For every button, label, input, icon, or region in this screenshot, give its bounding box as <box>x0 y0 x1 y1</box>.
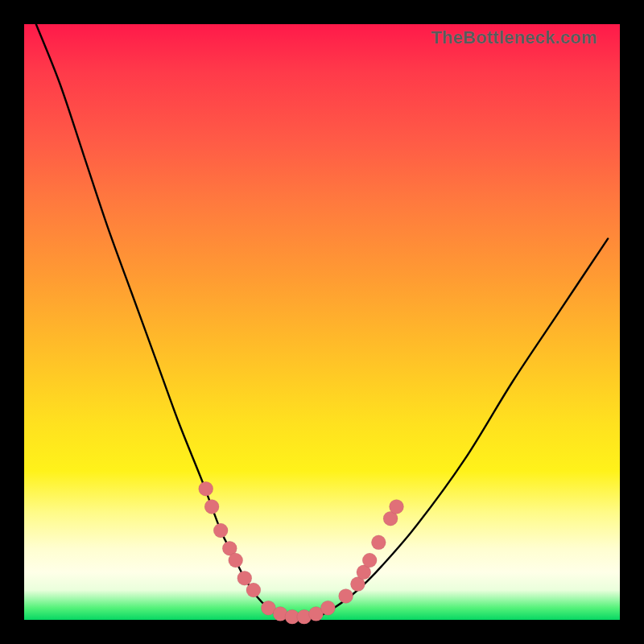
marker-left-cluster <box>204 499 219 514</box>
marker-layer <box>199 481 404 624</box>
marker-right-cluster <box>371 535 386 550</box>
marker-bottom-run <box>320 601 335 615</box>
marker-left-cluster <box>213 523 228 538</box>
chart-svg <box>24 24 620 620</box>
marker-left-cluster <box>199 481 213 496</box>
marker-right-cluster <box>362 553 377 568</box>
marker-left-cluster <box>229 553 243 568</box>
marker-left-cluster <box>246 583 261 597</box>
marker-right-cluster <box>339 588 353 603</box>
marker-left-cluster <box>237 571 252 585</box>
bottleneck-curve <box>36 24 608 621</box>
marker-right-cluster <box>390 499 404 514</box>
plot-area: TheBottleneck.com <box>24 24 620 620</box>
outer-frame: TheBottleneck.com <box>0 0 644 644</box>
